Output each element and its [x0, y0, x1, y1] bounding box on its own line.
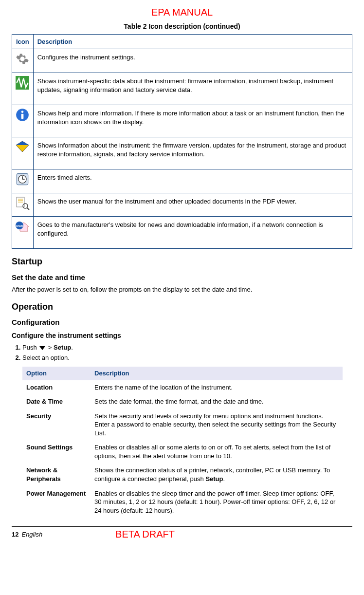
configure-instrument-heading: Configure the instrument settings: [12, 331, 352, 340]
table-row: Sound Settings Enables or disables all o…: [22, 440, 343, 463]
opt-name: Network & Peripherals: [22, 463, 91, 486]
icon-desc: Shows the user manual for the instrument…: [33, 193, 352, 217]
step1-post: >: [46, 344, 54, 351]
footer-watermark: BETA DRAFT: [115, 528, 175, 541]
icon-description-table: Icon Description Configures the instrume…: [12, 34, 352, 249]
startup-text: After the power is set to on, follow the…: [12, 285, 352, 294]
svg-line-15: [27, 208, 29, 210]
svg-marker-5: [16, 141, 29, 145]
step1-end: .: [71, 344, 73, 351]
down-triangle-icon: [39, 346, 45, 350]
icon-desc: Goes to the manufacturer's website for n…: [33, 217, 352, 249]
opt-name: Power Management: [22, 486, 91, 518]
opt-name: Sound Settings: [22, 440, 91, 463]
operation-heading: Operation: [12, 301, 352, 313]
table-row: Date & Time Sets the date format, the ti…: [22, 394, 343, 409]
step2-text: Select an option.: [22, 354, 70, 361]
table-row: Shows the user manual for the instrument…: [12, 193, 352, 217]
step1-setup: Setup: [54, 344, 71, 351]
table-row: Shows information about the instrument: …: [12, 137, 352, 169]
step-2: Select an option.: [22, 353, 352, 362]
table-row: Shows instrument-specific data about the…: [12, 73, 352, 105]
np-bold: Setup: [205, 475, 223, 483]
opt-name: Security: [22, 409, 91, 441]
opt-desc: Sets the security and levels of security…: [91, 409, 343, 441]
table-row: HACH Goes to the manufacturer's website …: [12, 217, 352, 249]
opt-desc: Enters the name of the location of the i…: [91, 380, 343, 395]
np-post: .: [223, 475, 225, 483]
gear-icon: [16, 52, 29, 68]
svg-point-2: [21, 111, 24, 113]
icon-desc: Shows instrument-specific data about the…: [33, 73, 352, 105]
table-caption: Table 2 Icon description (continued): [12, 22, 352, 31]
options-table: Option Description Location Enters the n…: [22, 367, 343, 518]
table-row: Shows help and more information. If ther…: [12, 105, 352, 137]
table-row: Network & Peripherals Shows the connecti…: [22, 463, 343, 486]
icon-desc: Shows help and more information. If ther…: [33, 105, 352, 137]
opt-col-desc: Description: [91, 367, 343, 380]
table-row: Configures the instrument settings.: [12, 49, 352, 73]
steps-list: Push > Setup. Select an option.: [12, 343, 352, 362]
svg-text:HACH: HACH: [16, 224, 23, 227]
opt-name: Location: [22, 380, 91, 395]
table-row: Location Enters the name of the location…: [22, 380, 343, 395]
table-row: Power Management Enables or disables the…: [22, 486, 343, 518]
opt-col-option: Option: [22, 367, 91, 380]
table-row: Enters timed alerts.: [12, 169, 352, 193]
header-watermark: EPA MANUAL: [12, 6, 352, 19]
col-header-icon: Icon: [12, 34, 34, 49]
startup-heading: Startup: [12, 256, 352, 267]
icon-desc: Enters timed alerts.: [33, 169, 352, 193]
waveform-icon: [16, 76, 29, 92]
home-web-icon: HACH: [15, 220, 30, 236]
clock-icon: [16, 172, 29, 188]
set-date-time-heading: Set the date and time: [12, 273, 352, 282]
page-lang: English: [21, 530, 42, 539]
info-icon: [16, 108, 29, 124]
configuration-heading: Configuration: [12, 317, 352, 327]
step-1: Push > Setup.: [22, 343, 352, 352]
table-row: Security Sets the security and levels of…: [22, 409, 343, 441]
opt-name: Date & Time: [22, 394, 91, 409]
col-header-desc: Description: [33, 34, 352, 49]
opt-desc: Enables or disables the sleep timer and …: [91, 486, 343, 518]
opt-desc: Enables or disables all or some alerts t…: [91, 440, 343, 463]
step1-pre: Push: [22, 344, 38, 351]
opt-desc: Shows the connection status of a printer…: [91, 463, 343, 486]
page-number: 12: [12, 530, 18, 539]
page-footer: 12 English BETA DRAFT: [12, 526, 352, 541]
svg-rect-3: [21, 114, 24, 119]
manual-icon: [15, 196, 30, 212]
opt-desc: Sets the date format, the time format, a…: [91, 394, 343, 409]
icon-desc: Shows information about the instrument: …: [33, 137, 352, 169]
icon-desc: Configures the instrument settings.: [33, 49, 352, 73]
diamond-icon: [15, 140, 30, 155]
